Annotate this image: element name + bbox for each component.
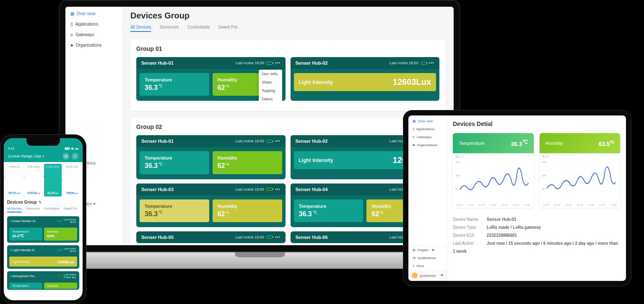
sidebar-item-more[interactable]: ≡More <box>408 262 447 270</box>
metric-light: Light Intensity 12603Lux <box>294 73 436 91</box>
more-icon: ≡ <box>413 264 415 268</box>
tab-controllable[interactable]: Controllable <box>44 207 59 212</box>
sensor-hub-card[interactable]: Senser Hub-03 Last Active 18:50••• Tempe… <box>136 183 286 227</box>
page-title: Devices Detial <box>453 121 620 127</box>
phone-tabs: All Devices Storeroom Controllable Sweet… <box>7 207 79 213</box>
hub-header: Senser Hub-01 Last Active 18:50 ••• <box>136 57 286 69</box>
avatar <box>412 273 418 278</box>
sidebar-item-english[interactable]: ◍English <box>408 246 447 254</box>
sensor-icon: ◊ <box>10 249 12 252</box>
metric-humidity: Humidity62% <box>213 199 282 222</box>
sidebar-item-applications[interactable]: ▯ Applications <box>65 19 122 29</box>
device-card[interactable]: ◊ Indoor Monitor 01 Last Active18:45 Tem… <box>7 216 79 243</box>
metric-humidity: Humidity <box>44 283 77 289</box>
sidebar-item-organizations[interactable]: ♣ Organizations <box>65 40 122 50</box>
sidebar-item-applications[interactable]: ▯Applications <box>408 125 447 133</box>
globe-icon: ◍ <box>413 248 415 252</box>
tablet-screen: ▦Over view ▯Applications ⎚Gateways ♣Orga… <box>408 115 626 281</box>
status-bar: 9:41 ▮▮▮◉▬ <box>8 147 78 150</box>
detail-cards: Temperature36.3℃ 单位:℃ 150 100 50 10:0010… <box>453 133 620 208</box>
device-card[interactable]: ◊ Light Intensity 01 Last Active18:40 Li… <box>7 245 79 269</box>
metric-temperature: Temperature36.3℃ <box>294 199 364 222</box>
metric-temperature: Temperature <box>9 283 42 289</box>
device-tabs: All Devices Storeroom Controllable Sweet… <box>130 25 445 32</box>
group-card: Group 01 Senser Hub-01 Last Active 18:50… <box>130 39 445 111</box>
tablet-mockup: ▦Over view ▯Applications ⎚Gateways ♣Orga… <box>403 110 631 286</box>
tablet-main: Devices Detial Temperature36.3℃ 单位:℃ 150… <box>447 115 626 281</box>
sidebar-item-notifications[interactable]: ◔Notifications <box>408 254 447 262</box>
group-card: Group 02 Senser Hub-01 Last Active 18:50… <box>130 118 445 245</box>
menu-dev-info[interactable]: Dev. Imfo <box>259 70 282 78</box>
more-icon[interactable]: ••• <box>275 235 280 239</box>
sensor-icon: ◊ <box>10 275 12 278</box>
edit-icon[interactable]: ✎ <box>39 200 42 204</box>
menu-delect[interactable]: Delect <box>259 95 282 101</box>
chart-x-labels: 10:0010:0511:0011:0011:0011:0411:05 <box>540 204 621 208</box>
battery-icon <box>267 140 273 143</box>
detail-card-humidity[interactable]: Humidity63.5% 单位:℃ 150 100 50 10:0010:05… <box>540 133 621 208</box>
sidebar-item-label: Over view <box>77 11 95 16</box>
laptop-bezel: ▦ Over view ▯ Applications ⎚ Gateways ♣ … <box>59 0 460 252</box>
phone-icon: ▯ <box>413 127 414 131</box>
sensor-hub-card[interactable]: Senser Hub-01 Last Active 18:50••• Tempe… <box>136 135 286 179</box>
detail-card-temperature[interactable]: Temperature36.3℃ 单位:℃ 150 100 50 10:0010… <box>453 133 534 208</box>
line-chart <box>456 156 530 201</box>
laptop-screen: ▦ Over view ▯ Applications ⎚ Gateways ♣ … <box>65 7 454 245</box>
curve-range-bar: Cureve Range: Day > ◔ + <box>8 153 78 160</box>
battery-icon: ▬ <box>75 147 78 150</box>
tab-sweet-pot[interactable]: Sweet Pot <box>64 207 77 212</box>
temperature-chart: 单位:℃ 150 100 50 <box>453 153 534 204</box>
device-card[interactable]: ◊ Atmospheric Pre... Last Active3 days a… <box>7 271 79 290</box>
tab-sweet-pot[interactable]: Sweet Pot <box>218 25 238 32</box>
sidebar-item-gateways[interactable]: ⎚Gateways <box>408 133 447 141</box>
tab-all-devices[interactable]: All Devices <box>7 207 22 212</box>
battery-icon <box>421 62 427 65</box>
battery-icon <box>267 236 273 238</box>
segment-active[interactable]: 12:00-18:003122Lux <box>44 164 62 197</box>
tab-storeroom[interactable]: Storeroom <box>26 207 40 212</box>
more-icon[interactable]: ••• <box>429 61 434 65</box>
user-profile[interactable]: godusevpn <box>408 270 447 281</box>
phone-notch <box>26 138 60 146</box>
more-icon[interactable]: ••• <box>275 61 280 65</box>
bell-icon: ◔ <box>413 256 415 260</box>
segment[interactable]: 0:00-6:005075 Lux <box>5 164 23 197</box>
tab-controllable[interactable]: Controllable <box>187 25 210 32</box>
grid-icon: ▦ <box>413 119 416 123</box>
sidebar-item-organizations[interactable]: ♣Organizations <box>408 141 447 149</box>
metric-temperature: Temperature 36.3℃ <box>140 73 209 96</box>
signal-icon: ▮▮▮ <box>65 147 70 150</box>
sensor-hub-card[interactable]: Senser Hub-01 Last Active 18:50 ••• Temp… <box>136 57 286 101</box>
sensor-hub-card[interactable]: Senser Hub-05 Last Active 18:50••• <box>136 231 286 243</box>
segment[interactable]: 18:00-0:005906Lux <box>63 164 81 197</box>
tab-all-devices[interactable]: All Devices <box>130 25 151 32</box>
bell-icon[interactable]: ◔ <box>62 153 69 160</box>
battery-icon <box>267 188 273 191</box>
menu-share[interactable]: Share <box>259 78 282 86</box>
sidebar-item-overview[interactable]: ▦ Over view <box>65 8 122 19</box>
more-icon[interactable]: ••• <box>275 187 280 191</box>
add-icon[interactable]: + <box>72 153 78 160</box>
tab-storeroom[interactable]: Storeroom <box>159 25 179 32</box>
router-icon: ⎚ <box>413 135 415 139</box>
more-icon[interactable]: ••• <box>275 139 280 143</box>
last-active: Last Active 18:50 <box>236 61 265 65</box>
metric-temperature: Temperature36.3℃ <box>140 199 209 222</box>
sidebar-item-gateways[interactable]: ⎚ Gateways <box>65 29 122 40</box>
hub-name: Senser Hub-02 <box>296 60 328 66</box>
sidebar-item-overview[interactable]: ▦Over view <box>408 117 447 125</box>
phone-screen: 9:41 ▮▮▮◉▬ Cureve Range: Day > ◔ + 0:00-… <box>4 138 83 300</box>
sensor-icon: ◊ <box>10 220 12 223</box>
hub-row: Senser Hub-01 Last Active 18:50 ••• Temp… <box>136 57 439 101</box>
curve-range-label[interactable]: Cureve Range: Day > <box>8 154 44 158</box>
segment[interactable]: 6:00-12:0015323Lux <box>25 164 43 197</box>
tablet-sidebar: ▦Over view ▯Applications ⎚Gateways ♣Orga… <box>408 115 447 281</box>
hub-name: Senser Hub-01 <box>141 60 174 66</box>
context-menu: Dev. Imfo Share Topping Delect Rename <box>259 70 282 101</box>
last-active: Last Active 18:50 <box>390 61 418 65</box>
org-icon: ♣ <box>413 143 415 147</box>
humidity-chart: 单位:℃ 150 100 50 <box>540 153 621 204</box>
sensor-hub-card[interactable]: Senser Hub-02 Last Active 18:50 ••• Ligh… <box>291 57 440 101</box>
phone-mockup: 9:41 ▮▮▮◉▬ Cureve Range: Day > ◔ + 0:00-… <box>0 134 86 304</box>
menu-topping[interactable]: Topping <box>259 86 282 95</box>
